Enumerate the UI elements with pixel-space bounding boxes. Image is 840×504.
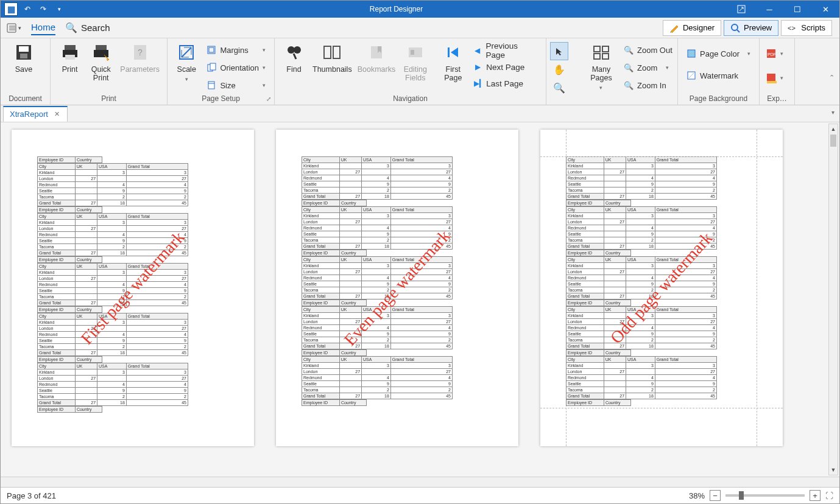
page-setup-dialog-launcher[interactable]: ⤢ — [266, 96, 271, 102]
svg-rect-36 — [594, 54, 600, 59]
svg-text:PDF: PDF — [768, 52, 776, 57]
svg-rect-35 — [602, 46, 609, 52]
svg-rect-43 — [767, 74, 775, 82]
send-button[interactable]: ▾ — [763, 70, 786, 86]
svg-rect-33 — [448, 47, 450, 57]
ribbon-display-options[interactable] — [727, 1, 755, 18]
tab-options[interactable]: ▾ — [831, 109, 835, 116]
svg-text:<>: <> — [788, 24, 796, 32]
parameters-button[interactable]: ? Parameters — [116, 40, 163, 93]
svg-line-27 — [294, 54, 296, 59]
window-title: Report Designer — [65, 5, 727, 13]
svg-line-6 — [737, 30, 739, 32]
close-tab-icon[interactable]: ✕ — [54, 110, 60, 118]
svg-rect-34 — [594, 46, 600, 52]
svg-rect-28 — [324, 46, 331, 58]
print-button[interactable]: Print — [54, 40, 85, 93]
svg-rect-22 — [210, 63, 216, 70]
editing-fields-button[interactable]: Editing Fields — [398, 40, 432, 93]
svg-rect-13 — [65, 55, 75, 60]
previous-page-button[interactable]: ◀Previous Page — [468, 43, 542, 58]
svg-rect-9 — [19, 46, 29, 52]
search-icon: 🔍 — [65, 22, 77, 33]
zoom-in-status[interactable]: + — [810, 490, 821, 501]
svg-rect-23 — [208, 82, 214, 89]
file-menu[interactable]: ▾ — [5, 21, 21, 35]
app-icon: ▦ — [4, 2, 18, 16]
view-designer[interactable]: Designer — [663, 20, 721, 36]
page-1: First page watermark Employee IDCountryC… — [12, 130, 254, 446]
scale-button[interactable]: Scale ▾ — [171, 40, 202, 93]
vertical-scrollbar[interactable]: ▲ ▼ — [828, 124, 838, 475]
many-pages-button[interactable]: Many Pages ▾ — [584, 40, 619, 93]
svg-rect-20 — [209, 47, 214, 52]
zoom-button[interactable]: 🔍Zoom▾ — [619, 60, 674, 75]
last-page-button[interactable]: ▶▎Last Page — [468, 76, 542, 91]
zoom-reset-icon[interactable]: ⛶ — [825, 491, 833, 500]
qat-undo[interactable]: ↶ — [21, 3, 34, 15]
zoom-level: 38% — [689, 491, 705, 500]
margins-button[interactable]: Margins▾ — [202, 42, 270, 58]
document-tab[interactable]: XtraReport ✕ — [3, 106, 68, 122]
zoom-out-button[interactable]: 🔍Zoom Out — [619, 42, 674, 58]
magnifier-tool[interactable]: 🔍 — [550, 79, 568, 97]
first-page-button[interactable]: First Page — [438, 40, 468, 93]
size-button[interactable]: Size▾ — [202, 77, 270, 93]
svg-rect-14 — [96, 45, 107, 50]
page-2: Even page watermark CityUKUSAGrand Total… — [276, 130, 518, 446]
tab-home[interactable]: Home — [31, 20, 55, 35]
view-scripts[interactable]: <> Scripts — [781, 20, 832, 36]
zoom-in-button[interactable]: 🔍Zoom In — [619, 77, 674, 93]
svg-rect-29 — [333, 46, 340, 58]
watermark-button[interactable]: Watermark — [682, 68, 755, 83]
orientation-button[interactable]: Orientation▾ — [202, 60, 270, 75]
next-page-button[interactable]: ▶Next Page — [468, 60, 542, 74]
save-button[interactable]: Save — [4, 40, 43, 93]
svg-point-5 — [732, 24, 738, 30]
close-button[interactable]: ✕ — [811, 1, 839, 18]
view-preview[interactable]: Preview — [724, 20, 778, 36]
zoom-out-status[interactable]: − — [710, 490, 721, 501]
pointer-tool[interactable] — [550, 42, 568, 60]
hand-tool[interactable]: ✋ — [550, 60, 568, 79]
svg-rect-38 — [688, 50, 695, 57]
svg-rect-32 — [411, 50, 414, 55]
quick-print-button[interactable]: Quick Print — [85, 40, 116, 93]
page-status: Page 3 of 421 — [7, 491, 56, 500]
export-to-button[interactable]: PDF▾ — [763, 46, 786, 61]
maximize-button[interactable]: ☐ — [783, 1, 811, 18]
svg-rect-37 — [602, 54, 609, 59]
svg-rect-15 — [94, 50, 108, 57]
collapse-ribbon[interactable]: ⌃ — [829, 74, 835, 82]
horizontal-scrollbar[interactable] — [1, 477, 839, 487]
preview-workspace[interactable]: First page watermark Employee IDCountryC… — [1, 122, 839, 477]
minimize-button[interactable]: ─ — [755, 1, 783, 18]
svg-rect-10 — [20, 54, 27, 58]
svg-rect-11 — [65, 45, 76, 50]
zoom-slider[interactable] — [725, 494, 805, 497]
tab-search[interactable]: Search — [81, 21, 110, 35]
qat-customize[interactable]: ▾ — [53, 3, 65, 15]
qat-redo[interactable]: ↷ — [37, 3, 49, 15]
find-button[interactable]: Find — [278, 40, 309, 93]
page-color-button[interactable]: Page Color▾ — [682, 46, 755, 61]
thumbnails-button[interactable]: Thumbnails — [309, 40, 355, 93]
page-3: Odd page watermark CityUKUSAGrand TotalK… — [540, 130, 783, 446]
svg-text:?: ? — [138, 47, 143, 57]
bookmarks-button[interactable]: Bookmarks — [355, 40, 398, 93]
